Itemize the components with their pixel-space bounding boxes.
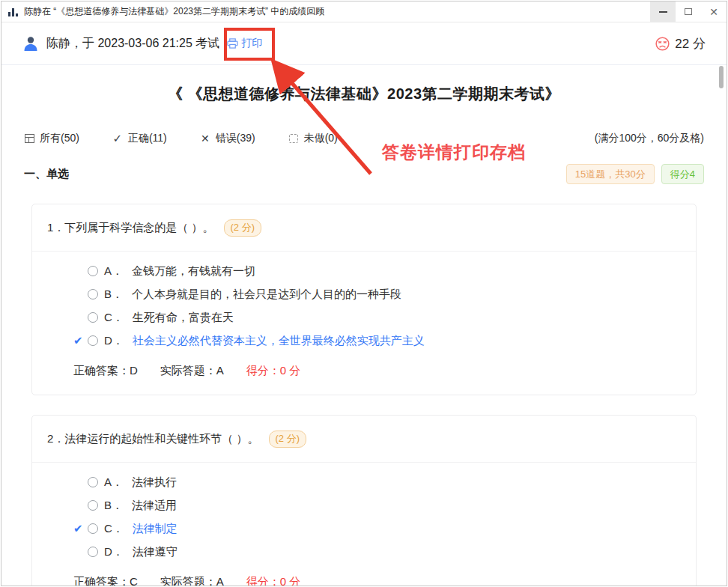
radio-icon[interactable] [88, 547, 98, 557]
option-letter: C． [104, 522, 124, 536]
app-window: 陈静在 “《思想道德修养与法律基础》2023第二学期期末考试” 中的成绩回顾 ✕… [1, 1, 727, 586]
question-card-1: 1．下列属于科学信念的是（ ）。 (2 分) ✔ A． 金钱万能，有钱就有一切 … [31, 204, 697, 395]
option-row-correct: ✔ D． 社会主义必然代替资本主义，全世界最终必然实现共产主义 [32, 329, 696, 353]
question-2-options: ✔ A． 法律执行 ✔ B． 法律适用 ✔ C． 法律制定 [32, 463, 696, 565]
tab-all[interactable]: 所有(50) [24, 132, 79, 145]
filter-tabs: 所有(50) ✓ 正确(11) ✕ 错误(39) 未做(0) (满分100分，6… [24, 132, 704, 145]
maximize-button[interactable] [676, 1, 701, 22]
total-score: 22 分 [655, 35, 706, 52]
tab-undone-label: 未做(0) [304, 132, 338, 145]
option-text: 法律遵守 [133, 545, 178, 559]
check-icon: ✓ [112, 133, 123, 144]
question-1-options: ✔ A． 金钱万能，有钱就有一切 ✔ B． 个人本身就是目的，社会只是达到个人目… [32, 252, 696, 354]
question-1-title: 1．下列属于科学信念的是（ ）。 [47, 221, 214, 235]
option-text: 法律制定 [133, 522, 178, 536]
vertical-scrollbar[interactable] [719, 66, 724, 88]
option-text: 社会主义必然代替资本主义，全世界最终必然实现共产主义 [133, 334, 425, 348]
option-letter: A． [104, 264, 123, 279]
question-card-2: 2．法律运行的起始性和关键性环节（ ）。 (2 分) ✔ A． 法律执行 ✔ B… [31, 415, 697, 586]
actual-answer: 实际答题：A [160, 575, 224, 586]
section-score-badge: 得分4 [661, 164, 704, 184]
exam-title: 《 《思想道德修养与法律基础》2023第二学期期末考试》 [24, 84, 704, 104]
tab-correct[interactable]: ✓ 正确(11) [112, 132, 167, 145]
option-row-correct: ✔ C． 法律制定 [32, 517, 696, 541]
question-2-header: 2．法律运行的起始性和关键性环节（ ）。 (2 分) [32, 416, 696, 463]
check-icon: ✔ [73, 334, 88, 347]
tab-correct-label: 正确(11) [128, 132, 167, 145]
question-score: 得分：0 分 [246, 575, 301, 586]
section-count-badge: 15道题，共30分 [566, 164, 655, 184]
printer-icon [227, 38, 238, 49]
window-title: 陈静在 “《思想道德修养与法律基础》2023第二学期期末考试” 中的成绩回顾 [24, 5, 324, 18]
question-1-score-badge: (2 分) [224, 219, 262, 237]
x-icon: ✕ [200, 133, 210, 144]
bar-chart-icon [7, 7, 19, 17]
actual-answer: 实际答题：A [160, 364, 224, 378]
radio-icon[interactable] [88, 335, 98, 346]
close-icon: ✕ [709, 7, 718, 17]
option-row: ✔ A． 法律执行 [32, 471, 696, 494]
question-2-score-badge: (2 分) [269, 431, 307, 448]
option-text: 法律执行 [132, 475, 177, 490]
option-row: ✔ C． 生死有命，富贵在天 [32, 306, 696, 329]
tab-wrong-label: 错误(39) [216, 132, 255, 145]
option-letter: B． [104, 499, 123, 513]
total-score-value: 22 分 [675, 35, 706, 52]
titlebar: 陈静在 “《思想道德修养与法律基础》2023第二学期期末考试” 中的成绩回顾 ✕ [1, 1, 727, 22]
angry-face-icon [655, 37, 670, 51]
user-exam-time: 陈静，于 2023-03-06 21:25 考试 [46, 36, 219, 52]
maximize-icon [685, 8, 692, 15]
question-score: 得分：0 分 [246, 364, 301, 378]
option-row: ✔ B． 个人本身就是目的，社会只是达到个人目的的一种手段 [32, 283, 696, 306]
question-2-answer-line: 正确答案：C 实际答题：A 得分：0 分 [32, 565, 696, 586]
option-text: 个人本身就是目的，社会只是达到个人目的的一种手段 [132, 288, 401, 302]
option-letter: A． [104, 475, 123, 490]
option-text: 生死有命，富贵在天 [133, 311, 234, 325]
pass-criteria: (满分100分，60分及格) [595, 132, 704, 145]
correct-answer: 正确答案：D [73, 364, 138, 378]
check-icon: ✔ [73, 522, 88, 535]
tab-wrong[interactable]: ✕ 错误(39) [200, 132, 255, 145]
window-controls: ✕ [650, 1, 727, 22]
section-header: 一、单选 15道题，共30分 得分4 [24, 164, 704, 184]
grid-icon [24, 133, 34, 144]
radio-icon[interactable] [88, 312, 98, 323]
radio-icon[interactable] [88, 500, 98, 511]
minimize-button[interactable] [650, 1, 676, 22]
print-button[interactable]: 打印 [227, 37, 262, 50]
section-badges: 15道题，共30分 得分4 [566, 164, 704, 184]
option-row: ✔ A． 金钱万能，有钱就有一切 [32, 260, 696, 283]
avatar-icon [22, 35, 39, 52]
option-letter: B． [104, 288, 123, 302]
result-header: 陈静，于 2023-03-06 21:25 考试 打印 22 分 [1, 22, 727, 65]
option-letter: D． [104, 545, 124, 559]
option-row: ✔ D． 法律遵守 [32, 541, 696, 564]
dashed-square-icon [288, 133, 299, 144]
option-text: 法律适用 [132, 499, 177, 513]
section-title: 一、单选 [24, 167, 69, 181]
print-label: 打印 [241, 37, 262, 50]
radio-icon[interactable] [88, 477, 98, 487]
question-1-header: 1．下列属于科学信念的是（ ）。 (2 分) [32, 204, 696, 252]
radio-icon[interactable] [88, 523, 98, 534]
review-content: 《 《思想道德修养与法律基础》2023第二学期期末考试》 所有(50) ✓ 正确… [1, 84, 727, 586]
option-letter: D． [104, 334, 124, 348]
option-text: 金钱万能，有钱就有一切 [132, 264, 255, 279]
close-button[interactable]: ✕ [701, 1, 727, 22]
radio-icon[interactable] [88, 266, 98, 276]
option-row: ✔ B． 法律适用 [32, 494, 696, 517]
tab-undone[interactable]: 未做(0) [288, 132, 338, 145]
option-letter: C． [104, 311, 124, 325]
question-1-answer-line: 正确答案：D 实际答题：A 得分：0 分 [32, 354, 696, 395]
correct-answer: 正确答案：C [73, 575, 138, 586]
radio-icon[interactable] [88, 289, 98, 299]
question-2-title: 2．法律运行的起始性和关键性环节（ ）。 [47, 432, 259, 446]
tab-all-label: 所有(50) [40, 132, 79, 145]
minimize-icon [659, 11, 667, 13]
